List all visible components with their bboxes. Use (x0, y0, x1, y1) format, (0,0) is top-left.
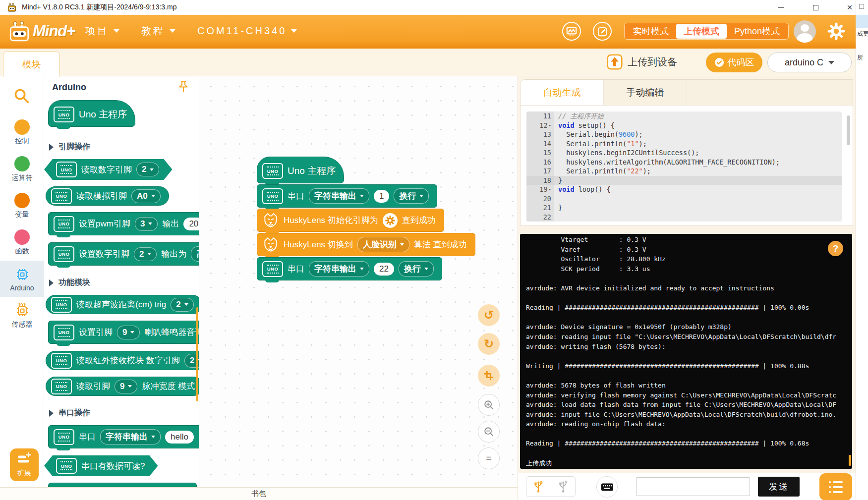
redo-button[interactable]: ↻ (478, 333, 500, 355)
zoom-out-button[interactable] (478, 421, 500, 443)
gear-icon[interactable] (383, 213, 398, 228)
menu-教程[interactable]: 教程 (141, 24, 175, 38)
block-dropdown[interactable]: 9 (115, 380, 137, 393)
block-dropdown[interactable]: 换行 (399, 261, 434, 277)
block-text: 设置pwm引脚 (79, 218, 130, 229)
block-dropdown[interactable]: 2 (171, 298, 193, 312)
tab-手动编辑[interactable]: 手动编辑 (604, 80, 687, 105)
block-read-pulse-width[interactable]: UNO读取引脚9脉冲宽度 模式 (46, 377, 199, 396)
robot-logo-icon (8, 21, 31, 42)
menu-COM11-CH340[interactable]: COM11-CH340 (197, 25, 297, 37)
block-read-digital-pin[interactable]: UNO读取数字引脚2 (44, 159, 172, 180)
huskylens-icon (262, 236, 279, 253)
upload-to-device-button[interactable]: 上传到设备 (607, 54, 677, 70)
block-dropdown[interactable]: 高 (191, 246, 199, 262)
mode-实时模式[interactable]: 实时模式 (626, 23, 676, 40)
block-input[interactable]: hello (165, 431, 194, 444)
screenshot-button[interactable] (478, 365, 500, 387)
block-dropdown[interactable]: 字符串输出 (309, 188, 369, 204)
serial-menu-button[interactable] (819, 473, 852, 500)
block-set-buzzer-pin[interactable]: UNO设置引脚9喇叭蜂鸣器音调 (48, 321, 199, 344)
serial-input[interactable] (636, 477, 750, 496)
sidebar-item-传感器[interactable]: 传感器 (0, 297, 44, 334)
block-set-digital-pin[interactable]: UNO设置数字引脚2输出为高 (48, 242, 199, 266)
search-icon[interactable] (13, 87, 30, 104)
console-scrollbar[interactable] (849, 455, 851, 466)
block-text: 读取模拟引脚 (76, 190, 127, 202)
code-area-button[interactable]: 代码区 (706, 53, 762, 72)
block-input[interactable]: 1 (374, 190, 389, 203)
code-line: 22 (526, 213, 842, 222)
block-serial-print-1[interactable]: UNO串口字符串输出1换行 (257, 184, 437, 208)
extensions-button[interactable]: 扩展 (10, 448, 39, 481)
visualization-icon[interactable] (562, 22, 581, 41)
block-input[interactable]: 22 (374, 263, 394, 276)
block-read-ultrasonic[interactable]: UNO读取超声波距离(cm) trig2 (46, 295, 199, 314)
help-button[interactable]: ? (828, 241, 843, 256)
menu-项目[interactable]: 项目 (85, 24, 119, 38)
mode-上传模式[interactable]: 上传模式 (676, 24, 727, 39)
block-serial-available[interactable]: UNO串口有数据可读? (44, 455, 158, 476)
background-text-fragment: 所 (857, 54, 863, 62)
block-dropdown[interactable]: 人脸识别 (357, 237, 409, 252)
maximize-button[interactable] (806, 0, 825, 15)
avatar[interactable] (794, 20, 816, 43)
block-serial-print-22[interactable]: UNO串口字符串输出22换行 (257, 257, 442, 280)
block-clipped-block[interactable] (48, 483, 197, 487)
minimize-button[interactable] (771, 0, 791, 15)
send-button[interactable]: 发送 (758, 477, 800, 497)
chevron-down-icon (148, 222, 152, 225)
backpack-bar[interactable]: 书包 (0, 487, 518, 500)
block-read-ir-module[interactable]: UNO读取红外接收模块 数字引脚2 (46, 351, 199, 370)
palette-scrollbar[interactable] (196, 307, 198, 401)
line-number: 21 (526, 203, 554, 213)
code-panel: 自动生成手动编辑 11// 主程序开始12▾void setup() {13 S… (520, 79, 853, 226)
gear-icon[interactable] (827, 22, 846, 41)
zoom-reset-button[interactable]: = (478, 447, 500, 469)
sidebar-item-Arduino[interactable]: Arduino (0, 261, 44, 297)
window-title: Mind+ V1.8.0 RC3.1 新建项目-2024/6/9-9:13:3.… (22, 3, 176, 12)
block-read-analog-pin[interactable]: UNO读取模拟引脚A0 (46, 186, 169, 206)
block-text: 脉冲宽度 模式 (142, 381, 195, 392)
block-huskylens-switch-algorithm[interactable]: HuskyLens 切换到人脸识别算法 直到成功 (257, 233, 475, 256)
usb-disconnect-button[interactable] (551, 477, 576, 497)
sidebar-item-控制[interactable]: 控制 (0, 114, 44, 151)
block-dropdown[interactable]: 3 (135, 217, 158, 231)
block-serial-print[interactable]: UNO串口字符串输出hello (48, 425, 199, 448)
block-dropdown[interactable]: 9 (117, 326, 140, 339)
palette-section-串口操作: 串口操作 (49, 408, 199, 418)
block-dropdown[interactable]: 2 (136, 163, 159, 176)
edit-icon[interactable] (593, 22, 612, 41)
block-dropdown[interactable]: A0 (131, 189, 161, 203)
code-editor[interactable]: 11// 主程序开始12▾void setup() {13 Serial.beg… (526, 111, 842, 222)
block-dropdown[interactable]: 2 (134, 247, 157, 261)
code-scrollbar[interactable] (847, 115, 850, 145)
block-huskylens-init[interactable]: HuskyLens 初始化引脚为直到成功 (257, 209, 444, 232)
fold-caret-icon[interactable]: ▾ (549, 121, 551, 130)
zoom-in-button[interactable] (478, 394, 500, 416)
output-console[interactable]: Vtarget : 0.3 V Varef : 0.3 V Oscillator… (520, 234, 852, 469)
tab-blocks[interactable]: 模块 (3, 51, 60, 77)
fold-caret-icon[interactable]: ▾ (549, 185, 551, 194)
mode-Python模式[interactable]: Python模式 (727, 23, 787, 40)
pin-icon[interactable] (177, 80, 190, 95)
block-uno-main[interactable]: UNOUno 主程序 (48, 100, 135, 127)
workspace-canvas[interactable]: UNOUno 主程序UNO串口字符串输出1换行HuskyLens 初始化引脚为直… (199, 76, 518, 487)
triangle-icon[interactable] (49, 144, 54, 151)
sidebar-item-变量[interactable]: 变量 (0, 187, 44, 224)
triangle-icon[interactable] (49, 279, 54, 286)
language-selector[interactable]: arduino C (767, 53, 852, 72)
tab-自动生成[interactable]: 自动生成 (521, 80, 604, 105)
undo-button[interactable]: ↺ (478, 304, 500, 326)
sidebar-item-函数[interactable]: 函数 (0, 224, 44, 261)
keyboard-button[interactable] (596, 476, 618, 498)
block-dropdown[interactable]: 换行 (394, 188, 429, 204)
block-uno-main[interactable]: UNOUno 主程序 (257, 157, 344, 183)
block-dropdown[interactable]: 字符串输出 (100, 429, 161, 444)
usb-connect-button[interactable] (526, 477, 551, 497)
block-set-pwm-pin[interactable]: UNO设置pwm引脚3输出20 (48, 212, 199, 235)
sidebar-item-运算符[interactable]: 运算符 (0, 151, 44, 187)
block-input[interactable]: 20 (183, 218, 199, 230)
triangle-icon[interactable] (49, 410, 54, 417)
block-dropdown[interactable]: 字符串输出 (309, 261, 369, 277)
